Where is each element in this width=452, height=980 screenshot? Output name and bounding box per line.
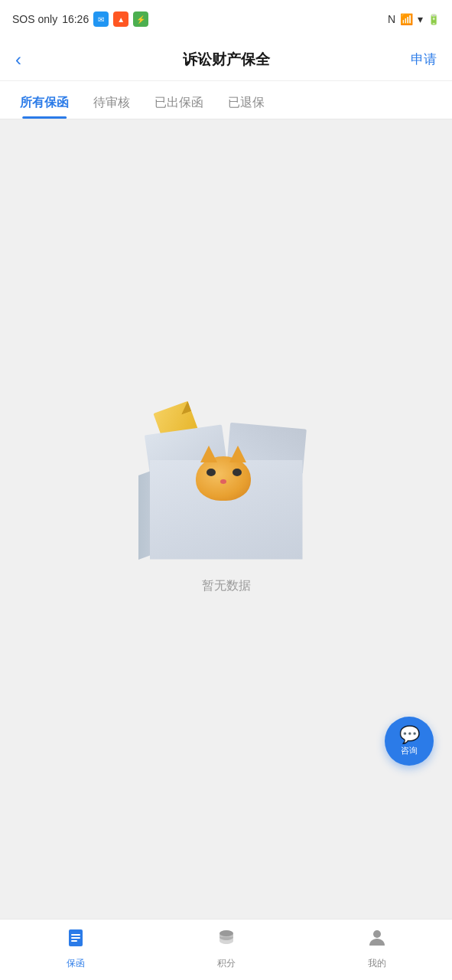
- svg-rect-1: [71, 934, 80, 936]
- page-title: 诉讼财产保全: [46, 50, 406, 70]
- chat-icon: 💬: [399, 727, 420, 743]
- database-icon: [216, 927, 237, 954]
- svg-rect-2: [71, 937, 80, 939]
- baohan-label: 保函: [67, 957, 85, 970]
- tab-issued[interactable]: 已出保函: [142, 95, 216, 119]
- mine-label: 我的: [368, 957, 386, 970]
- tab-pending[interactable]: 待审核: [81, 95, 142, 119]
- status-left: SOS only 16:26 ✉ ▲ ⚡: [12, 11, 148, 27]
- app-icon-2: ▲: [113, 11, 128, 27]
- fab-label: 咨询: [401, 745, 418, 756]
- empty-illustration: [138, 384, 314, 560]
- bottom-nav-jifen[interactable]: 积分: [151, 927, 301, 970]
- apply-button[interactable]: 申请: [406, 51, 437, 68]
- bottom-nav-mine[interactable]: 我的: [301, 927, 452, 970]
- nfc-icon: N: [388, 13, 395, 25]
- jifen-label: 积分: [217, 957, 236, 970]
- svg-rect-3: [71, 940, 77, 942]
- status-bar: SOS only 16:26 ✉ ▲ ⚡ N 📶 ▾ 🔋: [0, 0, 452, 38]
- bottom-nav-baohan[interactable]: 保函: [0, 927, 151, 970]
- nav-bar: ‹ 诉讼财产保全 申请: [0, 38, 452, 81]
- tab-all[interactable]: 所有保函: [8, 95, 81, 119]
- empty-state: 暂无数据: [138, 384, 314, 594]
- app-icon-1: ✉: [93, 11, 109, 27]
- cat-face-icon: [196, 456, 257, 502]
- back-button[interactable]: ‹: [15, 49, 46, 70]
- wifi-icon: ▾: [418, 13, 423, 25]
- svg-point-5: [373, 930, 381, 938]
- app-icon-3: ⚡: [133, 11, 148, 27]
- tab-bar: 所有保函 待审核 已出保函 已退保: [0, 81, 452, 119]
- main-content: 暂无数据 💬 咨询: [0, 119, 452, 919]
- user-icon: [366, 927, 388, 954]
- tab-cancelled[interactable]: 已退保: [216, 95, 277, 119]
- network-status: SOS only: [12, 13, 57, 25]
- battery-icon: 🔋: [428, 14, 440, 25]
- status-time: 16:26: [62, 13, 89, 25]
- consult-fab-button[interactable]: 💬 咨询: [385, 717, 434, 766]
- signal-icon: 📶: [400, 13, 413, 25]
- document-icon: [65, 927, 86, 954]
- empty-text: 暂无数据: [202, 578, 251, 594]
- bottom-nav: 保函 积分 我的: [0, 919, 452, 980]
- status-right: N 📶 ▾ 🔋: [388, 13, 440, 25]
